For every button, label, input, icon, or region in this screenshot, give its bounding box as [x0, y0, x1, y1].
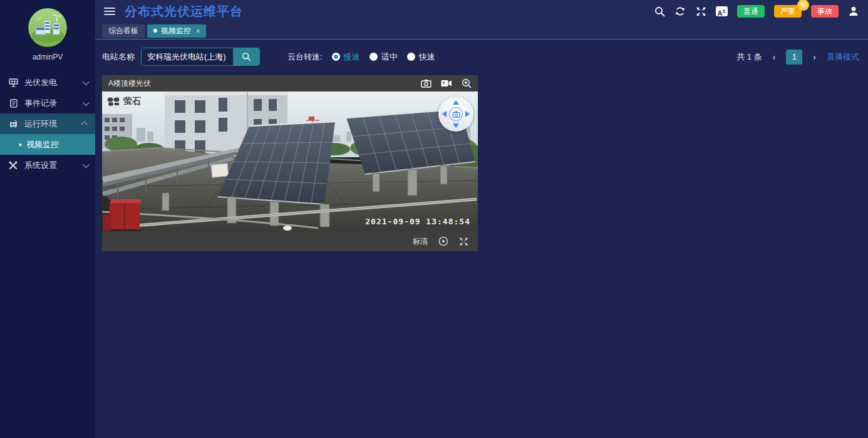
ptz-speed-group: 云台转速: 慢速 适中 快速: [287, 51, 435, 63]
company-logo: [28, 8, 67, 47]
ptz-right-arrow[interactable]: [465, 111, 470, 117]
ptz-down-arrow[interactable]: [453, 123, 459, 128]
username: adminPV: [0, 50, 95, 70]
chevron-down-icon: [83, 160, 90, 167]
sidebar: adminPV 光伏发电 事件记录 运行环境: [0, 0, 95, 438]
sidebar-subitem-video-monitor[interactable]: • 视频监控: [0, 134, 95, 155]
app-window: adminPV 光伏发电 事件记录 运行环境: [0, 0, 868, 438]
quality-selector[interactable]: 标清: [413, 236, 428, 247]
video-header-icons: [421, 78, 472, 88]
video-fullscreen-icon[interactable]: [459, 237, 468, 246]
status-badge-accident[interactable]: 事故: [811, 5, 839, 18]
video-card: A楼顶楼光伏: [102, 75, 478, 251]
page-title: 分布式光伏运维平台: [125, 3, 243, 20]
chevron-down-icon: [83, 98, 90, 105]
solar-panel-icon: [8, 78, 19, 87]
header-actions: A文 普通 严重 48 事故: [654, 5, 859, 18]
radio-speed-fast[interactable]: 快速: [407, 51, 435, 63]
video-frame: 萤石 2021-09-09 13:48:54: [102, 91, 478, 231]
ptz-left-arrow[interactable]: [442, 111, 447, 117]
watermark-text: 萤石: [123, 96, 141, 107]
environment-icon: [8, 120, 19, 128]
main-panel: 分布式光伏运维平台 A文 普通 严重 48: [95, 0, 868, 438]
sidebar-item-label: 运行环境: [24, 118, 57, 130]
radio-speed-medium[interactable]: 适中: [369, 51, 398, 63]
status-badge-severe[interactable]: 严重 48: [774, 5, 802, 18]
sidebar-item-label: 系统设置: [24, 160, 57, 171]
page-number[interactable]: 1: [786, 50, 802, 65]
radio-circle-icon: [369, 53, 378, 61]
sidebar-menu: 光伏发电 事件记录 运行环境 • 视频监控: [0, 72, 95, 175]
sidebar-item-label: 光伏发电: [24, 77, 57, 88]
sidebar-item-event-log[interactable]: 事件记录: [0, 93, 95, 113]
sidebar-item-settings[interactable]: 系统设置: [0, 155, 95, 175]
replay-icon[interactable]: [438, 236, 448, 246]
record-video-icon[interactable]: [441, 80, 452, 87]
ptz-speed-label: 云台转速:: [287, 51, 323, 63]
top-header: 分布式光伏运维平台 A文 普通 严重 48: [95, 0, 868, 23]
tab-label: 视频监控: [161, 26, 191, 36]
sidebar-item-label: 事件记录: [24, 98, 57, 109]
active-dot-icon: [153, 29, 157, 33]
sidebar-item-environment[interactable]: 运行环境: [0, 113, 95, 134]
bullet-icon: •: [19, 140, 22, 150]
tab-label: 综合看板: [108, 26, 138, 36]
ezviz-watermark: 萤石: [107, 96, 141, 107]
sidebar-subitem-label: 视频监控: [26, 139, 59, 150]
sidebar-item-pv-generation[interactable]: 光伏发电: [0, 72, 95, 93]
camera-title: A楼顶楼光伏: [108, 78, 151, 89]
total-count: 共 1 条: [736, 51, 762, 63]
radio-circle-icon: [407, 53, 415, 61]
chevron-down-icon: [83, 78, 90, 85]
live-mode-link[interactable]: 直播模式: [827, 51, 859, 63]
hamburger-menu-icon[interactable]: [104, 8, 115, 15]
radio-speed-slow[interactable]: 慢速: [332, 51, 360, 63]
close-icon[interactable]: ×: [196, 27, 200, 34]
radio-circle-icon: [332, 53, 340, 61]
severe-count-badge: 48: [797, 0, 809, 11]
user-icon[interactable]: [848, 6, 859, 17]
filter-row: 电站名称 云台转速: 慢速 适中: [102, 48, 859, 66]
video-header: A楼顶楼光伏: [102, 75, 478, 91]
prev-page-icon[interactable]: ‹: [773, 52, 776, 62]
search-button[interactable]: [233, 48, 259, 65]
station-search-input[interactable]: [142, 48, 233, 65]
station-name-label: 电站名称: [102, 51, 135, 63]
translate-icon[interactable]: A文: [716, 6, 728, 16]
event-log-icon: [8, 99, 19, 108]
tab-dashboard[interactable]: 综合看板: [102, 24, 145, 38]
fullscreen-icon[interactable]: [695, 6, 706, 17]
search-icon[interactable]: [654, 6, 665, 17]
snapshot-camera-icon[interactable]: [421, 79, 431, 88]
zoom-in-icon[interactable]: [462, 78, 472, 88]
refresh-icon[interactable]: [674, 6, 686, 17]
status-badge-normal[interactable]: 普通: [737, 5, 765, 18]
tab-bar: 综合看板 视频监控 ×: [95, 23, 868, 39]
ptz-center-button[interactable]: [449, 107, 463, 121]
next-page-icon[interactable]: ›: [813, 52, 816, 62]
station-search-group: [141, 48, 260, 66]
tab-video-monitor[interactable]: 视频监控 ×: [147, 24, 206, 38]
chevron-up-icon: [81, 121, 88, 128]
ptz-control: [438, 96, 473, 132]
camera-feed-image: [102, 91, 478, 231]
logo-wrap: adminPV: [0, 0, 95, 72]
ptz-up-arrow[interactable]: [453, 100, 459, 105]
settings-icon: [8, 161, 19, 170]
video-footer: 标清: [102, 231, 478, 251]
pagination: 共 1 条 ‹ 1 › 直播模式: [736, 50, 859, 65]
content-area: 电站名称 云台转速: 慢速 适中: [95, 39, 868, 438]
video-timestamp: 2021-09-09 13:48:54: [365, 217, 470, 226]
